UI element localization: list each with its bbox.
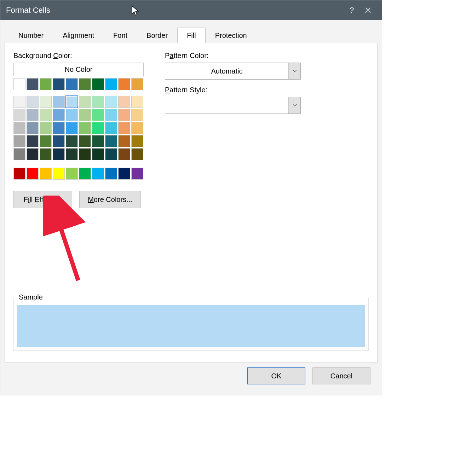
color-swatch[interactable] xyxy=(66,168,78,180)
color-swatch[interactable] xyxy=(131,122,143,134)
tab-font[interactable]: Font xyxy=(104,28,137,43)
fill-effects-button[interactable]: Fill Effects... xyxy=(13,191,72,208)
color-swatch[interactable] xyxy=(92,109,104,121)
color-swatch[interactable] xyxy=(66,122,78,134)
color-swatch[interactable] xyxy=(131,148,143,160)
pattern-style-combo[interactable] xyxy=(165,97,301,114)
color-swatch[interactable] xyxy=(40,122,52,134)
pattern-column: Pattern Color: Automatic Pattern Style: xyxy=(165,49,301,208)
help-button[interactable]: ? xyxy=(344,2,360,18)
color-swatch[interactable] xyxy=(92,96,104,108)
color-swatch[interactable] xyxy=(27,148,39,160)
color-swatch[interactable] xyxy=(92,148,104,160)
cursor-icon xyxy=(131,5,140,16)
no-color-button[interactable]: No Color xyxy=(13,63,144,76)
color-swatch[interactable] xyxy=(118,135,130,147)
color-swatch[interactable] xyxy=(79,122,91,134)
standard-color-row xyxy=(13,168,144,180)
dialog-body: NumberAlignmentFontBorderFillProtection … xyxy=(0,20,382,395)
sample-section: Sample xyxy=(13,298,369,351)
color-swatch[interactable] xyxy=(40,148,52,160)
color-swatch[interactable] xyxy=(118,148,130,160)
color-swatch[interactable] xyxy=(79,135,91,147)
tab-protection[interactable]: Protection xyxy=(206,28,257,43)
color-swatch[interactable] xyxy=(105,135,117,147)
tint-color-grid xyxy=(13,96,144,160)
color-swatch[interactable] xyxy=(27,109,39,121)
color-swatch[interactable] xyxy=(131,135,143,147)
color-swatch[interactable] xyxy=(118,122,130,134)
color-swatch[interactable] xyxy=(13,96,25,108)
color-swatch[interactable] xyxy=(92,78,104,90)
color-swatch[interactable] xyxy=(40,109,52,121)
color-swatch[interactable] xyxy=(40,78,52,90)
color-swatch[interactable] xyxy=(105,148,117,160)
color-swatch[interactable] xyxy=(92,135,104,147)
color-swatch[interactable] xyxy=(40,135,52,147)
color-swatch[interactable] xyxy=(27,168,39,180)
ok-button[interactable]: OK xyxy=(247,367,305,384)
color-swatch[interactable] xyxy=(118,96,130,108)
pattern-color-combo[interactable]: Automatic xyxy=(165,63,301,80)
background-color-label: Background Color: xyxy=(13,52,144,60)
color-swatch[interactable] xyxy=(27,96,39,108)
color-swatch[interactable] xyxy=(66,78,78,90)
color-swatch[interactable] xyxy=(66,135,78,147)
color-swatch[interactable] xyxy=(118,168,130,180)
dialog-footer: OK Cancel xyxy=(5,362,378,391)
color-swatch[interactable] xyxy=(66,109,78,121)
color-swatch[interactable] xyxy=(40,96,52,108)
color-swatch[interactable] xyxy=(105,78,117,90)
title-bar: Format Cells ? xyxy=(0,0,382,20)
color-swatch[interactable] xyxy=(131,109,143,121)
pattern-style-value xyxy=(165,97,288,114)
color-swatch[interactable] xyxy=(13,148,25,160)
color-swatch[interactable] xyxy=(13,122,25,134)
color-swatch[interactable] xyxy=(118,78,130,90)
color-swatch[interactable] xyxy=(13,135,25,147)
color-swatch[interactable] xyxy=(40,168,52,180)
color-swatch[interactable] xyxy=(66,96,78,108)
color-swatch[interactable] xyxy=(53,148,65,160)
close-button[interactable] xyxy=(360,2,376,18)
color-swatch[interactable] xyxy=(27,78,39,90)
color-swatch[interactable] xyxy=(13,109,25,121)
more-colors-button[interactable]: More Colors... xyxy=(79,191,141,208)
color-swatch[interactable] xyxy=(105,109,117,121)
color-swatch[interactable] xyxy=(53,168,65,180)
tab-fill[interactable]: Fill xyxy=(177,28,206,43)
color-swatch[interactable] xyxy=(79,78,91,90)
color-swatch[interactable] xyxy=(27,122,39,134)
color-swatch[interactable] xyxy=(131,78,143,90)
cancel-button[interactable]: Cancel xyxy=(312,367,370,384)
theme-color-row xyxy=(13,78,144,90)
color-swatch[interactable] xyxy=(53,122,65,134)
color-swatch[interactable] xyxy=(79,168,91,180)
color-swatch[interactable] xyxy=(118,109,130,121)
color-swatch[interactable] xyxy=(131,168,143,180)
color-swatch[interactable] xyxy=(13,78,25,90)
sample-preview xyxy=(17,305,365,347)
tab-alignment[interactable]: Alignment xyxy=(53,28,104,43)
color-swatch[interactable] xyxy=(53,78,65,90)
color-swatch[interactable] xyxy=(53,96,65,108)
sample-label: Sample xyxy=(17,293,45,301)
color-swatch[interactable] xyxy=(66,148,78,160)
pattern-style-label: Pattern Style: xyxy=(165,86,301,94)
color-swatch[interactable] xyxy=(53,135,65,147)
color-swatch[interactable] xyxy=(13,168,25,180)
color-swatch[interactable] xyxy=(79,148,91,160)
color-swatch[interactable] xyxy=(105,96,117,108)
color-swatch[interactable] xyxy=(92,168,104,180)
color-swatch[interactable] xyxy=(92,122,104,134)
color-swatch[interactable] xyxy=(105,122,117,134)
color-swatch[interactable] xyxy=(131,96,143,108)
tab-number[interactable]: Number xyxy=(9,28,53,43)
color-swatch[interactable] xyxy=(79,109,91,121)
close-icon xyxy=(365,7,371,13)
tab-border[interactable]: Border xyxy=(137,28,177,43)
color-swatch[interactable] xyxy=(53,109,65,121)
color-swatch[interactable] xyxy=(79,96,91,108)
color-swatch[interactable] xyxy=(27,135,39,147)
color-swatch[interactable] xyxy=(105,168,117,180)
